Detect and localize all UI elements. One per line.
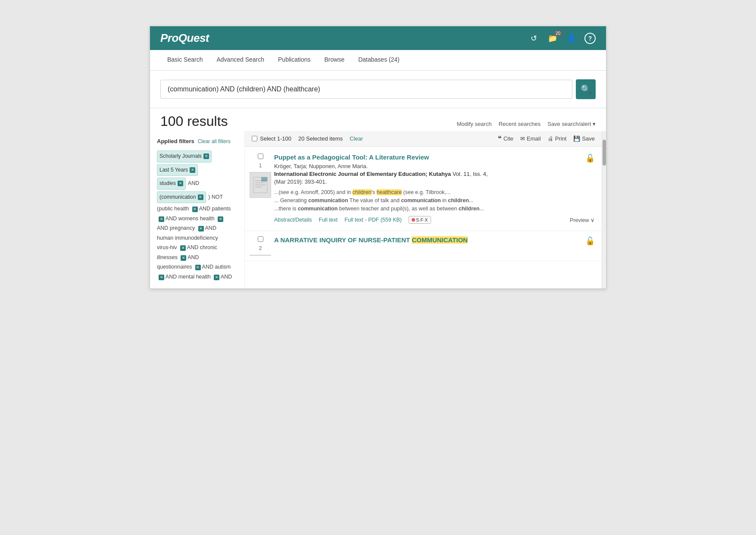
select-all-checkbox[interactable]: Select 1-100 (252, 135, 291, 142)
save-button[interactable]: 💾 Save (573, 135, 595, 142)
result-title-1[interactable]: Puppet as a Pedagogical Tool: A Literatu… (274, 153, 429, 161)
clear-selection-button[interactable]: Clear (350, 135, 363, 142)
highlight-healthcare-1: healthcare (377, 189, 402, 195)
nav-basic-search[interactable]: Basic Search (160, 50, 209, 70)
nav-browse[interactable]: Browse (318, 50, 352, 70)
save-icon: 💾 (573, 135, 580, 142)
search-section: 🔍 (150, 71, 606, 108)
remove-filter-illnesses[interactable]: ✕ (181, 255, 186, 261)
osfx-badge-1[interactable]: S·F·X (409, 216, 431, 224)
filter-pubhealth: (public health ✕ AND patients (157, 204, 237, 214)
remove-filter-studies[interactable]: ✕ (178, 181, 183, 186)
highlight-communication-2: communication (401, 197, 440, 203)
remove-filter-autism[interactable]: ✕ (159, 275, 164, 280)
result-num-1: 1 (259, 163, 262, 169)
remove-filter-womens2[interactable]: ✕ (218, 216, 223, 222)
osfx-dot-1 (412, 218, 415, 222)
svg-marker-5 (261, 177, 267, 181)
app-window: ProQuest ↺ 📁 20 👤 ? Basic Search Advance… (150, 26, 606, 289)
remove-filter-pregnancy[interactable]: ✕ (198, 226, 204, 232)
email-icon: ✉ (520, 135, 525, 142)
search-icon: 🔍 (581, 84, 591, 94)
email-button[interactable]: ✉ Email (520, 135, 541, 142)
remove-filter-questionnaires[interactable]: ✕ (195, 265, 201, 270)
result-body-1: Puppet as a Pedagogical Tool: A Literatu… (274, 153, 595, 224)
nav-publications[interactable]: Publications (271, 50, 318, 70)
full-text-link-1[interactable]: Full text (319, 217, 338, 223)
select-label: Select 1-100 (260, 135, 291, 142)
result-thumbnail-2 (250, 255, 271, 256)
result-thumbnail-1 (250, 172, 271, 198)
search-input[interactable] (160, 80, 572, 99)
toolbar: Select 1-100 20 Selected items Clear ❝ C… (245, 131, 602, 147)
filter-tag-studies: studies ✕ (157, 178, 186, 190)
remove-filter-pubhealth[interactable]: ✕ (192, 206, 198, 212)
folder-icon[interactable]: 📁 20 (547, 32, 559, 44)
search-button[interactable]: 🔍 (576, 79, 596, 99)
scrollbar-thumb[interactable] (603, 140, 606, 166)
result-checkbox-2[interactable] (258, 236, 263, 242)
filter-tag-scholarly: Scholarly Journals ✕ (157, 150, 212, 163)
main-content: Applied filters Clear all filters Schola… (150, 131, 606, 288)
applied-filters-title: Applied filters (157, 138, 194, 144)
filter-last5years: Last 5 Years ✕ (157, 163, 237, 177)
remove-filter-womens[interactable]: ✕ (159, 216, 164, 222)
result-checkbox-1[interactable] (258, 153, 263, 159)
result-item-2: 2 A NARRATIVE INQUIRY OF NURSE-PATIENT C… (245, 231, 602, 261)
filter-scholarly-journals: Scholarly Journals ✕ (157, 150, 237, 163)
sidebar: Applied filters Clear all filters Schola… (150, 131, 245, 288)
filter-tag-communication: (communication ✕ (157, 191, 206, 203)
result-left-2: 2 (252, 236, 269, 256)
modify-search-link[interactable]: Modify search (457, 121, 492, 127)
user-icon[interactable]: 👤 (565, 32, 578, 44)
abstract-details-link-1[interactable]: Abstract/Details (274, 217, 312, 223)
remove-filter-hiv[interactable]: ✕ (180, 245, 186, 251)
highlight-communication-title-2: COMMUNICATION (412, 236, 468, 244)
clear-all-filters-button[interactable]: Clear all filters (198, 138, 231, 144)
history-icon[interactable]: ↺ (528, 32, 540, 44)
result-journal-bold-1: International Electronic Journal of Elem… (274, 171, 451, 177)
highlight-communication-3: communication (298, 206, 337, 212)
highlight-children-3: children (459, 206, 480, 212)
remove-filter-scholarly[interactable]: ✕ (203, 153, 209, 159)
filter-hiv2: virus-hiv ✕ AND chronic (157, 243, 237, 253)
nav-advanced-search[interactable]: Advanced Search (209, 50, 271, 70)
preview-link-1[interactable]: Preview ∨ (570, 217, 595, 223)
header: ProQuest ↺ 📁 20 👤 ? (150, 26, 606, 50)
full-text-pdf-link-1[interactable]: Full text - PDF (559 KB) (344, 217, 402, 223)
cite-button[interactable]: ❝ Cite (498, 135, 513, 143)
remove-filter-communication[interactable]: ✕ (198, 194, 203, 200)
filter-studies: studies ✕ AND (157, 177, 237, 191)
result-authors-1: Kröger, Tarja; Nupponen, Anne Maria. (274, 163, 595, 169)
scrollbar[interactable] (602, 131, 606, 288)
result-left-1: 1 (252, 153, 269, 224)
result-title-2[interactable]: A NARRATIVE INQUIRY OF NURSE-PATIENT COM… (274, 236, 468, 244)
filter-hiv: human immunodeficiency (157, 233, 237, 243)
nav-databases[interactable]: Databases (24) (351, 50, 406, 70)
cite-icon: ❝ (498, 135, 502, 143)
remove-filter-last5years[interactable]: ✕ (190, 167, 195, 173)
filter-womens: ✕ AND womens health ✕ (157, 214, 237, 224)
selected-count: 20 Selected items (298, 135, 343, 142)
results-list: Select 1-100 20 Selected items Clear ❝ C… (245, 131, 602, 288)
filter-illnesses: illnesses ✕ AND (157, 253, 237, 263)
filter-communication: (communication ✕ ) NOT (157, 191, 237, 204)
help-icon[interactable]: ? (584, 33, 596, 44)
result-item-1: 1 Puppet as a Pedagogical Tool: A Litera… (245, 147, 602, 231)
result-journal-1: International Electronic Journal of Elem… (274, 171, 595, 177)
save-search-link[interactable]: Save search/alert ▾ (547, 121, 596, 127)
recent-searches-link[interactable]: Recent searches (499, 121, 541, 127)
filter-tag-last5years: Last 5 Years ✕ (157, 164, 198, 176)
lock-icon-2: 🔓 (585, 236, 595, 246)
result-num-2: 2 (259, 245, 262, 251)
lock-icon-1: 🔓 (585, 153, 595, 163)
print-button[interactable]: 🖨 Print (548, 135, 567, 142)
select-all-input[interactable] (252, 136, 257, 141)
result-body-2: A NARRATIVE INQUIRY OF NURSE-PATIENT COM… (274, 236, 595, 256)
folder-badge: 20 (554, 31, 562, 36)
remove-filter-mentalhealth[interactable]: ✕ (214, 275, 219, 280)
highlight-children-2: children (448, 197, 469, 203)
print-icon: 🖨 (548, 135, 553, 142)
filter-autism: ✕ AND mental health ✕ AND (157, 272, 237, 282)
result-links-1: Abstract/Details Full text Full text - P… (274, 216, 595, 224)
